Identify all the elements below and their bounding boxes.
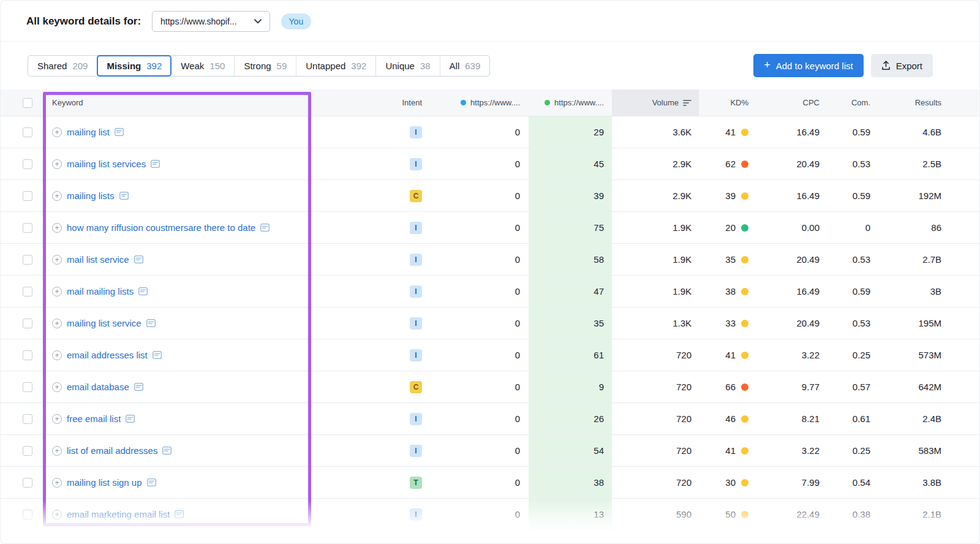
serp-features-icon[interactable]	[260, 224, 270, 232]
kd-cell: 20	[699, 212, 757, 243]
keyword-link[interactable]: mailing list	[67, 127, 110, 137]
serp-features-icon[interactable]	[134, 383, 143, 391]
filter-tab-weak[interactable]: Weak150	[172, 56, 235, 76]
filter-tab-strong[interactable]: Strong59	[235, 56, 296, 76]
serp-features-icon[interactable]	[126, 415, 135, 423]
intent-badge[interactable]: I	[410, 413, 422, 425]
add-keyword-icon[interactable]: +	[52, 255, 62, 265]
serp-features-icon[interactable]	[153, 351, 162, 359]
col-cpc[interactable]: CPC	[757, 89, 824, 116]
col-results[interactable]: Results	[876, 89, 980, 116]
intent-badge[interactable]: I	[410, 445, 422, 457]
keyword-link[interactable]: mail list service	[67, 254, 129, 265]
add-keyword-icon[interactable]: +	[52, 446, 62, 456]
row-checkbox[interactable]	[23, 510, 32, 519]
intent-badge[interactable]: T	[410, 477, 422, 489]
row-checkbox-cell	[1, 212, 43, 243]
keyword-cell: +email addresses list	[43, 339, 310, 371]
add-keyword-icon[interactable]: +	[52, 159, 62, 169]
row-checkbox[interactable]	[23, 319, 32, 328]
keyword-link[interactable]: email addresses list	[67, 350, 148, 360]
intent-cell: I	[310, 212, 429, 243]
filter-tab-all[interactable]: All639	[440, 56, 490, 76]
kd-value: 41	[725, 445, 736, 456]
add-keyword-icon[interactable]: +	[52, 478, 62, 488]
row-checkbox[interactable]	[23, 191, 32, 201]
serp-features-icon[interactable]	[115, 128, 124, 136]
keyword-link[interactable]: list of email addresses	[67, 445, 157, 456]
add-keyword-icon[interactable]: +	[52, 414, 62, 424]
add-keyword-icon[interactable]: +	[52, 287, 62, 297]
serp-features-icon[interactable]	[146, 319, 156, 327]
serp-features-icon[interactable]	[162, 447, 172, 455]
filter-tab-untapped[interactable]: Untapped392	[296, 56, 376, 76]
row-checkbox[interactable]	[23, 255, 32, 265]
kd-dot-icon	[741, 511, 748, 518]
volume-value: 1.9K	[612, 212, 699, 243]
keyword-link[interactable]: email database	[67, 382, 129, 392]
filter-tab-unique[interactable]: Unique38	[376, 56, 440, 76]
keyword-link[interactable]: mailing lists	[67, 191, 115, 201]
row-checkbox[interactable]	[23, 223, 32, 233]
intent-badge[interactable]: C	[410, 381, 422, 393]
serp-features-icon[interactable]	[134, 255, 143, 263]
table-row: +mail mailing listsI0471.9K3816.490.593B	[1, 276, 980, 308]
cpc-value: 20.49	[757, 244, 824, 275]
add-keyword-icon[interactable]: +	[52, 510, 62, 519]
intent-badge[interactable]: I	[410, 222, 422, 234]
col-keyword[interactable]: Keyword	[43, 89, 310, 116]
serp-features-icon[interactable]	[138, 287, 148, 295]
domain-select[interactable]: https://www.shopif...	[152, 11, 270, 32]
add-keyword-icon[interactable]: +	[52, 382, 62, 392]
col-intent[interactable]: Intent	[310, 89, 429, 116]
keyword-link[interactable]: mailing list sign up	[67, 477, 142, 488]
serp-features-icon[interactable]	[119, 192, 129, 200]
row-checkbox[interactable]	[23, 414, 32, 424]
row-checkbox[interactable]	[23, 382, 32, 392]
row-checkbox[interactable]	[23, 159, 32, 169]
keyword-link[interactable]: email marketing email list	[67, 509, 170, 519]
keyword-link[interactable]: mailing list service	[67, 318, 141, 328]
select-all-checkbox[interactable]	[23, 98, 32, 108]
add-to-keyword-list-button[interactable]: + Add to keyword list	[753, 54, 863, 77]
row-checkbox[interactable]	[23, 478, 32, 488]
col-domain2[interactable]: https://www....	[529, 89, 612, 116]
col-com[interactable]: Com.	[824, 89, 876, 116]
row-checkbox-cell	[1, 403, 43, 434]
row-checkbox[interactable]	[23, 350, 32, 360]
keyword-link[interactable]: how many riffusion coustmersare there to…	[67, 222, 255, 233]
add-keyword-icon[interactable]: +	[52, 319, 62, 328]
col-kd[interactable]: KD%	[699, 89, 757, 116]
row-checkbox[interactable]	[23, 287, 32, 297]
col-volume[interactable]: Volume	[612, 89, 699, 116]
row-checkbox[interactable]	[23, 127, 32, 137]
intent-badge[interactable]: I	[410, 317, 422, 330]
add-keyword-icon[interactable]: +	[52, 127, 62, 137]
keyword-link[interactable]: free email list	[67, 414, 121, 424]
keyword-link[interactable]: mail mailing lists	[67, 286, 134, 297]
col-domain1[interactable]: https://www....	[429, 89, 529, 116]
intent-badge[interactable]: I	[410, 158, 422, 170]
row-checkbox-cell	[1, 499, 43, 530]
intent-badge[interactable]: I	[410, 285, 422, 298]
intent-badge[interactable]: I	[410, 126, 422, 138]
add-keyword-icon[interactable]: +	[52, 223, 62, 233]
intent-badge[interactable]: I	[410, 254, 422, 266]
add-keyword-icon[interactable]: +	[52, 350, 62, 360]
filter-tabs: Shared209Missing392Weak150Strong59Untapp…	[28, 55, 490, 77]
intent-badge[interactable]: C	[410, 190, 422, 202]
kd-cell: 62	[699, 148, 757, 179]
serp-features-icon[interactable]	[151, 160, 160, 168]
intent-badge[interactable]: I	[410, 349, 422, 361]
row-checkbox[interactable]	[23, 446, 32, 456]
keyword-link[interactable]: mailing list services	[67, 159, 146, 169]
filter-tab-missing[interactable]: Missing392	[97, 56, 172, 76]
intent-badge[interactable]: I	[410, 508, 422, 521]
kd-value: 46	[725, 414, 736, 424]
domain2-value: 58	[529, 244, 612, 275]
serp-features-icon[interactable]	[147, 478, 156, 486]
serp-features-icon[interactable]	[175, 510, 184, 518]
add-keyword-icon[interactable]: +	[52, 191, 62, 201]
export-button[interactable]: Export	[871, 54, 933, 77]
filter-tab-shared[interactable]: Shared209	[28, 56, 97, 76]
